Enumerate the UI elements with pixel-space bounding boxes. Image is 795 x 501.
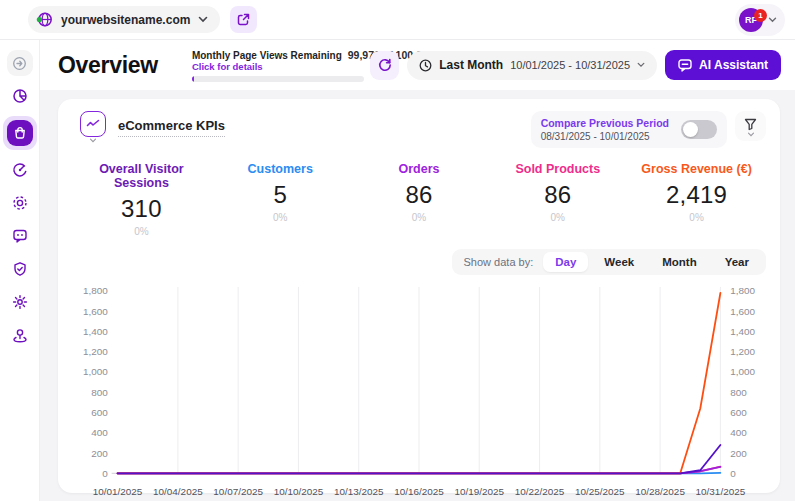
sidebar-item-profile[interactable] (7, 322, 33, 348)
kpi-label: Sold Products (488, 162, 627, 176)
sidebar (0, 40, 40, 501)
svg-text:600: 600 (730, 407, 747, 418)
kpi-value: 2,419 (627, 181, 766, 209)
svg-text:200: 200 (730, 448, 747, 459)
kpi-row: Overall Visitor Sessions3100%Customers50… (72, 162, 766, 237)
pageviews-details-link[interactable]: Click for details (192, 61, 364, 72)
kpi-overall-visitor-sessions[interactable]: Overall Visitor Sessions3100% (72, 162, 211, 237)
kpi-value: 86 (488, 181, 627, 209)
activity-chart-icon (80, 111, 106, 137)
kpi-label: Overall Visitor Sessions (72, 162, 211, 190)
kpi-sold-products[interactable]: Sold Products860% (488, 162, 627, 237)
show-data-by-label: Show data by: (464, 256, 534, 268)
open-site-button[interactable] (230, 6, 257, 33)
sidebar-item-behavior[interactable] (7, 157, 33, 183)
page-header: Overview Monthly Page Views Remaining 99… (40, 40, 795, 90)
kpi-customers[interactable]: Customers50% (211, 162, 350, 237)
kpi-percent: 0% (211, 212, 350, 223)
card-title: eCommerce KPIs (118, 118, 225, 137)
chevron-down-icon (768, 17, 777, 23)
expand-sidebar-icon (12, 56, 27, 71)
compare-label: Compare Previous Period (541, 117, 669, 129)
chevron-down-icon (198, 16, 208, 23)
svg-text:10/13/2025: 10/13/2025 (334, 486, 384, 497)
svg-text:800: 800 (730, 387, 747, 398)
svg-text:0: 0 (102, 468, 108, 479)
svg-text:10/19/2025: 10/19/2025 (454, 486, 504, 497)
pageviews-quota: Monthly Page Views Remaining 99,971 of 1… (192, 49, 364, 82)
date-range-value: 10/01/2025 - 10/31/2025 (510, 59, 630, 71)
user-menu[interactable]: RF 1 (735, 4, 785, 36)
refresh-button[interactable] (370, 51, 399, 80)
kpi-label: Orders (350, 162, 489, 176)
sidebar-item-feedback[interactable] (7, 223, 33, 249)
svg-text:10/16/2025: 10/16/2025 (394, 486, 444, 497)
location-person-icon (12, 327, 28, 343)
shopping-bag-icon (7, 120, 33, 146)
svg-text:10/10/2025: 10/10/2025 (274, 486, 324, 497)
tab-year[interactable]: Year (713, 252, 761, 272)
kpi-gross-revenue-[interactable]: Gross Revenue (€)2,4190% (627, 162, 766, 237)
kpi-label: Customers (211, 162, 350, 176)
svg-text:1,800: 1,800 (730, 285, 755, 296)
svg-text:0: 0 (730, 468, 736, 479)
sidebar-item-settings[interactable] (7, 289, 33, 315)
refresh-icon (378, 58, 392, 72)
svg-text:1,800: 1,800 (83, 285, 108, 296)
sidebar-item-dashboard[interactable] (7, 83, 33, 109)
sidebar-item-privacy[interactable] (7, 256, 33, 282)
page-title: Overview (58, 52, 158, 79)
date-range-picker[interactable]: Last Month 10/01/2025 - 10/31/2025 (407, 51, 657, 80)
ai-chat-icon (678, 59, 692, 72)
site-selector[interactable]: yourwebsitename.com (28, 6, 220, 33)
tab-day[interactable]: Day (543, 252, 588, 272)
svg-text:1,400: 1,400 (83, 326, 108, 337)
record-target-icon (12, 195, 28, 211)
svg-text:800: 800 (91, 387, 108, 398)
ai-assistant-button[interactable]: AI Assistant (665, 50, 781, 80)
widget-selector[interactable] (80, 111, 106, 143)
kpi-orders[interactable]: Orders860% (350, 162, 489, 237)
globe-icon (36, 11, 53, 28)
chevron-down-icon (747, 132, 755, 137)
ai-assistant-label: AI Assistant (699, 58, 768, 72)
kpi-label: Gross Revenue (€) (627, 162, 766, 176)
svg-text:1,200: 1,200 (730, 346, 755, 357)
clock-icon (419, 59, 432, 72)
tab-week[interactable]: Week (592, 252, 646, 272)
svg-text:10/04/2025: 10/04/2025 (153, 486, 203, 497)
sidebar-item-ecommerce[interactable] (3, 116, 37, 150)
expand-sidebar-button[interactable] (7, 50, 33, 76)
kpi-percent: 0% (350, 212, 489, 223)
kpi-value: 310 (72, 195, 211, 223)
toggle-knob (683, 122, 698, 137)
svg-text:1,000: 1,000 (730, 366, 755, 377)
pageviews-label: Monthly Page Views Remaining (192, 50, 342, 61)
filter-button[interactable] (735, 111, 766, 141)
shield-check-icon (12, 261, 28, 277)
kpi-value: 86 (350, 181, 489, 209)
sidebar-item-recordings[interactable] (7, 190, 33, 216)
compare-range: 08/31/2025 - 10/01/2025 (541, 131, 669, 142)
svg-text:400: 400 (730, 427, 747, 438)
svg-text:10/22/2025: 10/22/2025 (515, 486, 565, 497)
svg-text:1,400: 1,400 (730, 326, 755, 337)
kpi-percent: 0% (627, 212, 766, 223)
chat-bubble-icon (12, 228, 28, 244)
svg-text:600: 600 (91, 407, 108, 418)
svg-text:400: 400 (91, 427, 108, 438)
svg-text:1,600: 1,600 (83, 306, 108, 317)
kpi-percent: 0% (72, 226, 211, 237)
svg-text:1,600: 1,600 (730, 306, 755, 317)
compare-toggle[interactable] (681, 120, 717, 139)
ecommerce-kpis-card: eCommerce KPIs Compare Previous Period 0… (58, 99, 780, 493)
svg-text:1,200: 1,200 (83, 346, 108, 357)
date-preset-label: Last Month (439, 58, 503, 72)
svg-text:10/07/2025: 10/07/2025 (213, 486, 263, 497)
tab-month[interactable]: Month (650, 252, 708, 272)
pageviews-progress-fill (192, 76, 194, 82)
topbar: yourwebsitename.com RF 1 (0, 0, 795, 40)
svg-text:10/28/2025: 10/28/2025 (635, 486, 685, 497)
swoosh-icon (12, 162, 28, 178)
kpi-line-chart: 002002004004006006008008001,0001,0001,20… (72, 281, 766, 501)
